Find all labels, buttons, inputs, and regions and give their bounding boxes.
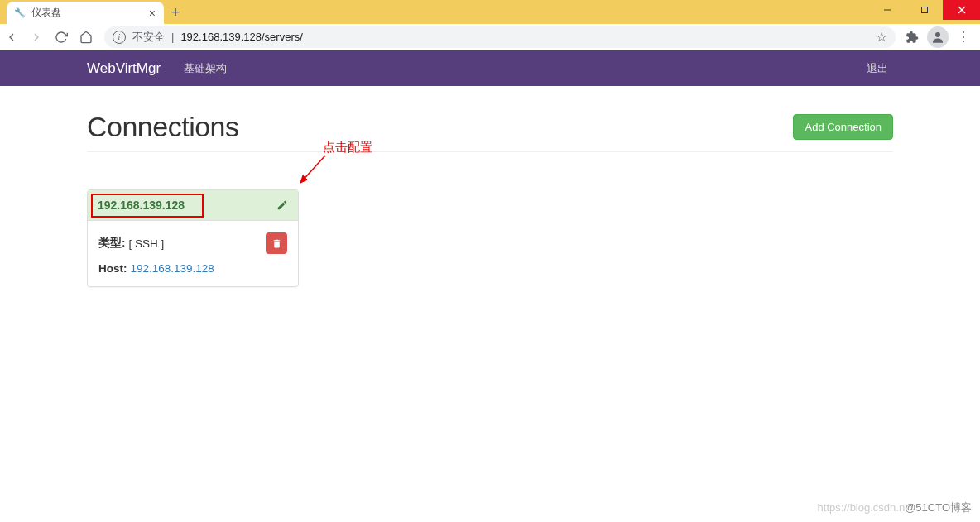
maximize-button[interactable]	[906, 0, 943, 20]
close-window-button[interactable]	[943, 0, 980, 20]
home-button[interactable]	[74, 26, 98, 49]
browser-tab[interactable]: 🔧 仪表盘 ×	[7, 2, 164, 24]
watermark-text: @51CTO博客	[905, 501, 972, 514]
annotation-arrow-icon	[294, 151, 331, 189]
tab-title: 仪表盘	[31, 6, 142, 20]
svg-rect-1	[921, 7, 927, 13]
connection-type-row: 类型: [ SSH ]	[98, 232, 287, 254]
type-value: [ SSH ]	[129, 237, 165, 250]
tab-close-icon[interactable]: ×	[147, 7, 157, 20]
back-button[interactable]	[0, 26, 23, 49]
nav-logout[interactable]: 退出	[862, 61, 893, 76]
pencil-icon	[276, 199, 288, 211]
page-title: Connections	[87, 111, 239, 143]
connection-card-body: 类型: [ SSH ] Host: 192.168.139.128	[88, 221, 298, 286]
host-label: Host:	[98, 262, 127, 275]
address-bar[interactable]: i 不安全 | 192.168.139.128/servers/ ☆	[104, 26, 896, 48]
watermark-faint: https://blog.csdn.n	[818, 501, 906, 514]
forward-button[interactable]	[25, 26, 48, 49]
watermark: https://blog.csdn.n@51CTO博客	[818, 500, 972, 515]
extensions-icon[interactable]	[902, 31, 922, 44]
type-label: 类型:	[98, 236, 126, 251]
svg-point-4	[935, 32, 940, 37]
trash-icon	[271, 238, 282, 249]
url-text: 192.168.139.128/servers/	[180, 31, 302, 43]
tab-favicon: 🔧	[13, 7, 26, 20]
host-value-link[interactable]: 192.168.139.128	[131, 262, 214, 275]
svg-line-6	[300, 156, 325, 183]
browser-titlebar: 🔧 仪表盘 × +	[0, 0, 980, 24]
edit-connection-button[interactable]	[276, 199, 288, 211]
connection-host-link[interactable]: 192.168.139.128	[98, 199, 185, 212]
page-header: Connections Add Connection	[87, 111, 893, 152]
connection-card-header: 192.168.139.128	[88, 190, 298, 221]
site-info-icon[interactable]: i	[113, 31, 126, 44]
window-controls	[868, 0, 980, 20]
nav-infrastructure[interactable]: 基础架构	[179, 61, 232, 76]
reload-button[interactable]	[50, 26, 73, 49]
app-navbar: WebVirtMgr 基础架构 退出	[0, 50, 980, 86]
unsafe-label: 不安全	[132, 30, 165, 45]
browser-toolbar: i 不安全 | 192.168.139.128/servers/ ☆ ⋮	[0, 24, 980, 50]
browser-menu-icon[interactable]: ⋮	[954, 29, 973, 45]
new-tab-button[interactable]: +	[164, 2, 187, 24]
main-container: Connections Add Connection 点击配置 192.168.…	[74, 86, 906, 287]
connection-card: 192.168.139.128 类型: [ SSH ] Host: 192.16…	[87, 189, 299, 287]
url-separator: |	[171, 31, 174, 43]
bookmark-star-icon[interactable]: ☆	[876, 29, 887, 45]
connection-host-row: Host: 192.168.139.128	[98, 262, 287, 275]
minimize-button[interactable]	[868, 0, 906, 20]
add-connection-button[interactable]: Add Connection	[793, 114, 893, 140]
delete-connection-button[interactable]	[266, 232, 287, 254]
brand-logo[interactable]: WebVirtMgr	[87, 60, 161, 77]
profile-avatar[interactable]	[927, 26, 949, 48]
